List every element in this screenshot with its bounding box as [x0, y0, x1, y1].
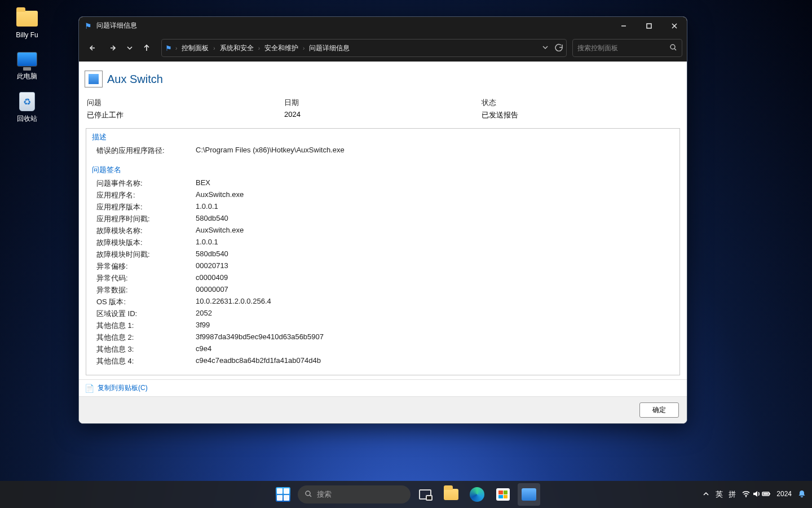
edge-icon	[470, 487, 484, 502]
summary-value: 已发送报告	[482, 110, 679, 120]
volume-icon	[752, 489, 761, 500]
detail-box: 描述 错误的应用程序路径: C:\Program Files (x86)\Hot…	[86, 128, 680, 375]
ime-language[interactable]: 英	[716, 489, 723, 500]
desktop: Billy Fu 此电脑 ♻ 回收站	[5, 8, 50, 124]
battery-icon	[762, 489, 771, 500]
desktop-icon-label: 此电脑	[17, 72, 37, 81]
signature-key: 问题事件名称:	[96, 178, 196, 189]
signature-row: OS 版本:10.0.22631.2.0.0.256.4	[92, 297, 674, 307]
signature-key: 其他信息 4:	[96, 356, 196, 366]
nav-row: ⚑ › 控制面板 › 系统和安全 › 安全和维护 › 问题详细信息 搜索控制面板	[79, 34, 687, 62]
signature-row: 故障模块版本:1.0.0.1	[92, 238, 674, 248]
refresh-button[interactable]	[555, 43, 563, 53]
maximize-icon	[645, 22, 653, 30]
signature-title: 问题签名	[92, 165, 674, 175]
breadcrumb-security-maintenance[interactable]: 安全和维护	[263, 42, 299, 54]
taskbar-clock[interactable]: 2024	[776, 491, 792, 498]
desktop-icon-label: 回收站	[17, 114, 37, 124]
close-button[interactable]	[661, 17, 687, 34]
signature-value: 00000007	[196, 285, 228, 295]
taskbar-control-panel[interactable]	[518, 483, 540, 506]
up-button[interactable]	[138, 39, 156, 57]
taskbar-explorer[interactable]	[440, 483, 462, 506]
taskbar-center: 搜索	[272, 483, 540, 506]
search-placeholder: 搜索控制面板	[577, 43, 618, 53]
address-dropdown-button[interactable]	[541, 43, 549, 53]
forward-button[interactable]	[104, 39, 122, 57]
taskbar-edge[interactable]	[466, 483, 488, 506]
window-title: 问题详细信息	[96, 21, 137, 30]
breadcrumb-problem-details[interactable]: 问题详细信息	[308, 42, 351, 54]
svg-point-7	[670, 45, 675, 49]
signature-row: 应用程序版本:1.0.0.1	[92, 202, 674, 212]
app-header: Aux Switch	[85, 67, 681, 94]
signature-key: 区域设置 ID:	[96, 309, 196, 319]
signature-key: 异常数据:	[96, 285, 196, 295]
summary-header: 状态	[482, 98, 679, 108]
signature-value: 1.0.0.1	[196, 202, 218, 212]
notifications-button[interactable]	[797, 489, 806, 500]
desktop-this-pc[interactable]: 此电脑	[5, 49, 50, 81]
titlebar[interactable]: ⚑ 问题详细信息	[79, 17, 687, 34]
copy-to-clipboard-link[interactable]: 复制到剪贴板(C)	[98, 383, 148, 393]
chevron-right-icon: ›	[303, 45, 304, 51]
taskbar-search[interactable]: 搜索	[298, 485, 411, 503]
summary-date: 日期 2024	[284, 98, 482, 120]
signature-row: 其他信息 2:3f9987da349bd5ec9e410d63a56b5907	[92, 332, 674, 343]
start-button[interactable]	[272, 483, 294, 506]
ok-button[interactable]: 确定	[639, 402, 679, 418]
address-bar[interactable]: ⚑ › 控制面板 › 系统和安全 › 安全和维护 › 问题详细信息	[161, 39, 567, 57]
signature-key: OS 版本:	[96, 297, 196, 307]
search-icon	[304, 490, 312, 500]
app-title: Aux Switch	[107, 73, 163, 86]
signature-row: 应用程序名:AuxSwitch.exe	[92, 190, 674, 200]
task-view-button[interactable]	[414, 483, 436, 506]
signature-list: 问题事件名称:BEX应用程序名:AuxSwitch.exe应用程序版本:1.0.…	[92, 178, 674, 366]
chevron-right-icon: ›	[258, 45, 260, 51]
signature-value: BEX	[196, 178, 210, 189]
chevron-down-icon	[126, 44, 134, 52]
maximize-button[interactable]	[636, 17, 661, 34]
signature-value: 1.0.0.1	[196, 238, 218, 248]
taskbar-store[interactable]	[492, 483, 514, 506]
desktop-user-folder[interactable]: Billy Fu	[5, 8, 50, 39]
desktop-recycle-bin[interactable]: ♻ 回收站	[5, 91, 50, 124]
breadcrumb-system-security[interactable]: 系统和安全	[219, 42, 255, 54]
control-panel-icon	[522, 488, 536, 501]
ime-mode[interactable]: 拼	[729, 489, 736, 500]
close-icon	[670, 22, 678, 30]
summary-value: 2024	[284, 110, 482, 119]
copy-bar: 📄 复制到剪贴板(C)	[79, 379, 687, 396]
footer: 确定	[79, 396, 687, 423]
description-title: 描述	[92, 132, 674, 142]
signature-value: AuxSwitch.exe	[196, 226, 244, 236]
chevron-up-icon	[702, 490, 710, 498]
summary-problem: 问题 已停止工作	[87, 98, 284, 120]
signature-value: AuxSwitch.exe	[196, 190, 244, 200]
back-button[interactable]	[83, 39, 102, 57]
recycle-bin-icon: ♻	[16, 91, 38, 112]
flag-icon: ⚑	[85, 21, 92, 30]
tray-chevron-button[interactable]	[702, 490, 710, 500]
signature-key: 故障模块名称:	[96, 226, 196, 236]
search-input[interactable]: 搜索控制面板	[572, 39, 682, 57]
signature-key: 其他信息 3:	[96, 344, 196, 354]
signature-row: 应用程序时间戳:580db540	[92, 214, 674, 224]
bell-icon	[797, 489, 806, 498]
breadcrumb-control-panel[interactable]: 控制面板	[180, 42, 210, 54]
svg-line-8	[674, 49, 676, 50]
signature-row: 异常偏移:00020713	[92, 261, 674, 271]
recent-locations-button[interactable]	[124, 39, 135, 57]
signature-value: 00020713	[196, 261, 228, 271]
system-tray[interactable]	[742, 489, 771, 500]
folder-icon	[16, 8, 38, 29]
minimize-button[interactable]	[611, 17, 636, 34]
minimize-icon	[620, 22, 628, 30]
signature-key: 故障模块版本:	[96, 238, 196, 248]
signature-key: 其他信息 2:	[96, 332, 196, 343]
summary-value: 已停止工作	[87, 110, 284, 120]
signature-row: 问题事件名称:BEX	[92, 178, 674, 189]
signature-row: 故障模块名称:AuxSwitch.exe	[92, 226, 674, 236]
signature-row: 其他信息 4:c9e4c7eadbc8a64b2fd1fa41ab074d4b	[92, 356, 674, 366]
signature-key: 应用程序名:	[96, 190, 196, 200]
